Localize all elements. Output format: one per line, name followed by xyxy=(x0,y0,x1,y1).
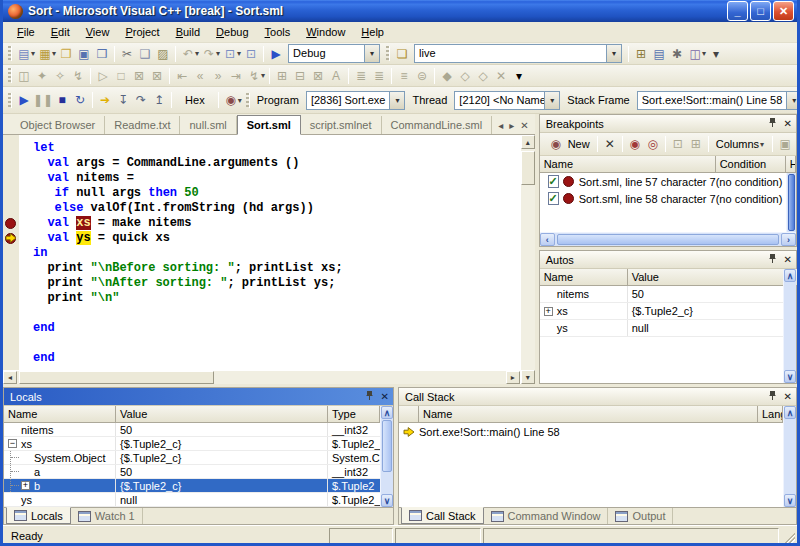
variable-row[interactable]: +b{$.Tuple2_c}$.Tuple2 xyxy=(4,479,380,493)
editor-hscrollbar[interactable]: ◂ ▸ xyxy=(3,370,520,384)
editor-vscrollbar[interactable]: ▴ ▾ xyxy=(520,135,535,384)
column-header-name[interactable]: Name xyxy=(540,156,716,173)
combo-dropdown-icon[interactable]: ▾ xyxy=(364,45,379,62)
tab-readme-txt[interactable]: Readme.txt xyxy=(105,116,180,134)
breakpoints-hscrollbar[interactable]: ‹ › xyxy=(540,232,796,246)
dropdown-arrow-icon[interactable]: ▾ xyxy=(237,49,241,58)
toolbar-options-icon[interactable]: ▾ xyxy=(707,45,725,63)
code-line[interactable]: val xs = make nitems xyxy=(33,216,520,231)
tab-command-window[interactable]: Command Window xyxy=(484,508,609,524)
combo-dropdown-icon[interactable]: ▾ xyxy=(544,92,559,109)
dropdown-arrow-icon[interactable]: ▾ xyxy=(702,49,706,58)
callstack-row[interactable]: Sort.exe!Sort::main() Line 58 xyxy=(399,423,783,440)
scroll-thumb[interactable] xyxy=(788,174,795,231)
menu-item-help[interactable]: Help xyxy=(353,23,392,41)
code-line[interactable]: val ys = quick xs xyxy=(33,231,520,246)
gutter-line[interactable] xyxy=(3,186,19,201)
tab-call-stack[interactable]: Call Stack xyxy=(401,507,484,524)
gutter-line[interactable] xyxy=(3,156,19,171)
resize-grip[interactable] xyxy=(781,529,795,543)
gutter-line[interactable] xyxy=(3,216,19,231)
scroll-left-icon[interactable]: ‹ xyxy=(540,233,555,246)
scroll-up-icon[interactable]: ∧ xyxy=(784,269,796,282)
close-panel-icon[interactable]: ✕ xyxy=(784,391,792,402)
expand-icon[interactable]: + xyxy=(21,481,30,490)
pin-icon[interactable] xyxy=(365,390,374,403)
code-line[interactable]: let xyxy=(33,141,520,156)
menu-item-debug[interactable]: Debug xyxy=(208,23,256,41)
code-line[interactable]: end xyxy=(33,351,520,366)
column-header-condition[interactable]: Condition xyxy=(716,156,786,173)
code-line[interactable]: val nitems = xyxy=(33,171,520,186)
bookmark-options-icon[interactable]: ▾ xyxy=(510,67,528,85)
pin-icon[interactable] xyxy=(768,390,777,403)
breakpoint-row[interactable]: ✓Sort.sml, line 57 character 7(no condit… xyxy=(540,173,786,190)
scroll-up-icon[interactable]: ▴ xyxy=(521,135,535,149)
show-next-statement-icon[interactable]: ➔ xyxy=(96,91,114,109)
menu-item-project[interactable]: Project xyxy=(117,23,167,41)
variable-row[interactable]: nitems50__int32 xyxy=(4,423,380,437)
thread-combo[interactable]: [2120] <No Name> ▾ xyxy=(454,91,560,110)
tab-null-sml[interactable]: null.sml xyxy=(180,116,236,134)
dropdown-arrow-icon[interactable]: ▾ xyxy=(52,49,56,58)
code-line[interactable] xyxy=(33,306,520,321)
cut-icon[interactable]: ✂ xyxy=(118,45,136,63)
clear-all-breakpoints-icon[interactable]: ◉ xyxy=(626,135,644,153)
code-line[interactable]: print "\nAfter sorting: "; printList ys; xyxy=(33,276,520,291)
stop-debugging-icon[interactable]: ■ xyxy=(53,91,71,109)
column-header-langu[interactable]: Langu xyxy=(758,406,783,423)
code-line[interactable]: val args = CommandLine.arguments () xyxy=(33,156,520,171)
scroll-down-icon[interactable]: ∨ xyxy=(784,370,796,383)
column-header-type[interactable]: Type xyxy=(328,406,380,423)
code-line[interactable]: if null args then 50 xyxy=(33,186,520,201)
variable-row[interactable]: +xs{$.Tuple2_c}$.Tuple2_ xyxy=(540,303,783,320)
tab-watch-1[interactable]: Watch 1 xyxy=(71,508,143,524)
menu-item-tools[interactable]: Tools xyxy=(257,23,299,41)
tab-commandline-sml[interactable]: CommandLine.sml xyxy=(382,116,493,134)
breakpoint-checkbox[interactable]: ✓ xyxy=(548,175,559,188)
disable-all-breakpoints-icon[interactable]: ◎ xyxy=(644,135,662,153)
column-header-name[interactable]: Name xyxy=(540,269,628,286)
scroll-up-icon[interactable]: ∧ xyxy=(381,406,393,419)
scroll-thumb[interactable] xyxy=(557,234,779,245)
combo-dropdown-icon[interactable]: ▾ xyxy=(389,92,404,109)
pin-icon[interactable] xyxy=(768,117,777,130)
column-header-name[interactable]: Name xyxy=(419,406,758,423)
paste-icon[interactable]: ▨ xyxy=(154,45,172,63)
variable-row[interactable]: ysnull$.Tuple2_ xyxy=(4,493,380,507)
copy-icon[interactable]: ❑ xyxy=(136,45,154,63)
hex-button[interactable]: Hex xyxy=(177,91,213,109)
toolbox-icon[interactable]: ✱ xyxy=(668,45,686,63)
scroll-down-icon[interactable]: ▾ xyxy=(521,370,535,384)
step-over-icon[interactable]: ↷ xyxy=(132,91,150,109)
locals-vscrollbar[interactable]: ∧ ∨ xyxy=(380,406,393,507)
tab-scroll-left-icon[interactable]: ◂ xyxy=(498,120,503,131)
breakpoint-checkbox[interactable]: ✓ xyxy=(548,192,559,205)
menu-item-window[interactable]: Window xyxy=(298,23,353,41)
expand-icon[interactable]: + xyxy=(544,307,553,316)
code-line[interactable] xyxy=(33,336,520,351)
maximize-button[interactable]: □ xyxy=(750,1,771,21)
program-combo[interactable]: [2836] Sort.exe ▾ xyxy=(306,91,406,110)
gutter-line[interactable] xyxy=(3,321,19,336)
gutter-line[interactable] xyxy=(3,231,19,246)
column-header-name[interactable]: Name xyxy=(4,406,116,423)
breakpoint-gutter[interactable] xyxy=(3,135,19,370)
open-file-icon[interactable]: ❐ xyxy=(57,45,75,63)
combo-dropdown-icon[interactable]: ▾ xyxy=(786,92,800,109)
tab-sort-sml[interactable]: Sort.sml xyxy=(237,115,301,135)
scroll-left-icon[interactable]: ◂ xyxy=(3,371,17,384)
delete-breakpoint-icon[interactable]: ✕ xyxy=(601,135,619,153)
autos-title[interactable]: Autos ✕ xyxy=(540,251,796,269)
close-panel-icon[interactable]: ✕ xyxy=(784,254,792,265)
variable-row[interactable]: a50__int32 xyxy=(4,465,380,479)
breakpoints-title[interactable]: Breakpoints ✕ xyxy=(540,115,796,133)
step-into-icon[interactable]: ↧ xyxy=(114,91,132,109)
close-button[interactable]: ✕ xyxy=(773,1,794,21)
column-header-icon[interactable] xyxy=(399,406,419,423)
gutter-line[interactable] xyxy=(3,291,19,306)
autos-vscrollbar[interactable]: ∧ ∨ xyxy=(783,269,796,383)
menu-item-edit[interactable]: Edit xyxy=(43,23,78,41)
tab-output[interactable]: Output xyxy=(608,508,673,524)
code-line[interactable]: else valOf(Int.fromString (hd args)) xyxy=(33,201,520,216)
